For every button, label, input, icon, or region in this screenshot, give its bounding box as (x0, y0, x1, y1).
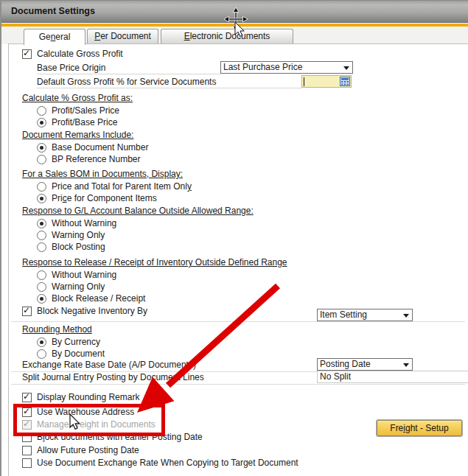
calculator-icon[interactable] (340, 77, 350, 86)
radio-circle[interactable] (37, 219, 46, 228)
section-heading-document-remarks-include: Document Remarks Include: (22, 130, 133, 140)
section-heading-response-to-g-l-account-balance-outside-allowed-range: Response to G/L Account Balance Outside … (22, 206, 254, 216)
tab-page-border-left (8, 43, 9, 476)
radio-circle[interactable] (37, 106, 46, 116)
tab-per-document[interactable]: Per Document (87, 29, 158, 43)
radio-selected-dot (40, 340, 43, 344)
field-label-split-journal-entry-posting-by-document-lines: Split Journal Entry Posting by Document … (22, 371, 204, 384)
row-separator (11, 321, 465, 322)
checkbox-box[interactable] (22, 446, 32, 455)
section-heading-response-to-release-receipt-of-inventory-outside-defined-range: Response to Release / Receipt of Invento… (22, 257, 287, 267)
dropdown-value: Last Purchase Price (223, 62, 302, 72)
document-settings-window: Document Settings GeneralPer DocumentEle… (0, 0, 468, 476)
radio-circle[interactable] (37, 182, 46, 192)
tab-general[interactable]: General (24, 29, 85, 45)
section-heading-rounding-method: Rounding Method (22, 324, 92, 335)
checkmark-icon: ✓ (23, 406, 30, 416)
radio-label[interactable]: By Currency (52, 337, 100, 348)
text-caret (304, 77, 304, 86)
radio-circle[interactable] (37, 337, 46, 347)
radio-circle[interactable] (37, 231, 46, 240)
radio-circle[interactable] (37, 270, 46, 280)
dropdown-arrow-icon (343, 66, 349, 70)
section-heading-calculate-gross-profit-as: Calculate % Gross Profit as: (22, 93, 133, 103)
radio-label[interactable]: By Document (52, 349, 105, 360)
radio-selected-dot (40, 146, 43, 150)
checkbox-box[interactable]: ✓ (22, 393, 32, 402)
radio-label[interactable]: Base Document Number (52, 142, 148, 153)
radio-selected-dot (40, 121, 43, 125)
checkbox-box[interactable]: ✓ (22, 49, 32, 59)
radio-label[interactable]: Without Warning (52, 270, 116, 281)
radio-selected-dot (40, 222, 43, 225)
checkmark-icon: ✓ (23, 305, 30, 315)
dropdown-value: Item Setting (320, 309, 367, 320)
checkbox-label[interactable]: Calculate Gross Profit (37, 49, 123, 60)
radio-label[interactable]: Warning Only (52, 230, 105, 241)
field-label-default-gross-profit-for-service-documents: Default Gross Profit % for Service Docum… (37, 76, 301, 88)
radio-selected-dot (40, 297, 43, 301)
radio-label[interactable]: Profit/Base Price (52, 117, 117, 128)
checkbox-box[interactable]: ✓ (22, 407, 32, 417)
field-label-base-price-origin: Base Price Origin (37, 62, 220, 74)
section-heading-for-a-sales-bom-in-documents-display: For a Sales BOM in Documents, Display: (22, 169, 183, 179)
dropdown-arrow-icon (403, 314, 409, 318)
radio-circle[interactable] (37, 242, 46, 252)
window-title: Document Settings (11, 6, 95, 16)
radio-label[interactable]: Block Posting (52, 242, 105, 253)
checkbox-box[interactable]: ✓ (22, 307, 32, 316)
radio-label[interactable]: Price and Total for Parent Item Only (52, 181, 192, 192)
radio-circle[interactable] (37, 282, 46, 292)
exchange-rate-base-date-a-p-documents-dropdown[interactable]: Posting Date (317, 358, 413, 371)
default-gross-profit-for-service-documents-input[interactable] (301, 75, 352, 88)
checkbox-label[interactable]: Display Rounding Remark (37, 392, 139, 403)
checkmark-icon: ✓ (23, 391, 30, 402)
tab-electronic-documents[interactable]: Electronic Documents (161, 29, 293, 43)
radio-label[interactable]: Block Release / Receipt (52, 293, 145, 304)
checkmark-icon: ✓ (23, 419, 30, 429)
radio-circle[interactable] (37, 294, 46, 304)
radio-label[interactable]: BP Reference Number (52, 154, 141, 165)
radio-label[interactable]: Price for Component Items (52, 193, 157, 204)
row-separator (11, 384, 465, 385)
title-bar[interactable]: Document Settings (1, 0, 468, 23)
checkbox-label[interactable]: Block documents with earlier Posting Dat… (37, 432, 203, 443)
base-price-origin-dropdown[interactable]: Last Purchase Price (220, 61, 353, 74)
checkbox-box: ✓ (22, 420, 32, 430)
checkbox-label[interactable]: Block Negative Inventory By (37, 306, 147, 317)
radio-circle[interactable] (37, 349, 46, 359)
dropdown-value: Posting Date (320, 359, 371, 369)
split-journal-entry-posting-by-document-lines-field[interactable]: No Split (317, 371, 468, 383)
radio-label[interactable]: Warning Only (52, 281, 105, 293)
dropdown-arrow-icon (403, 363, 409, 367)
radio-selected-dot (40, 197, 43, 200)
radio-circle[interactable] (37, 143, 46, 153)
radio-circle[interactable] (37, 118, 46, 127)
field-label-exchange-rate-base-date-a-p-documents: Exchange Rate Base Date (A/P Documents) (22, 359, 196, 371)
checkmark-icon: ✓ (23, 48, 30, 58)
checkbox-label[interactable]: Allow Future Posting Date (37, 445, 139, 456)
block-negative-inventory-by-dropdown[interactable]: Item Setting (317, 309, 413, 321)
checkbox-box[interactable] (22, 458, 32, 468)
checkbox-label[interactable]: Use Warehouse Address (37, 407, 134, 418)
radio-circle[interactable] (37, 155, 46, 164)
freight-setup-button[interactable]: Freight - Setup (377, 420, 462, 436)
checkbox-box[interactable] (22, 433, 32, 442)
radio-label[interactable]: Without Warning (52, 218, 116, 229)
checkbox-label[interactable]: Use Document Exchange Rate When Copying … (37, 458, 298, 469)
radio-circle[interactable] (37, 194, 46, 203)
radio-label[interactable]: Profit/Sales Price (52, 105, 119, 116)
checkbox-label: Manage Freight in Documents (37, 419, 156, 430)
